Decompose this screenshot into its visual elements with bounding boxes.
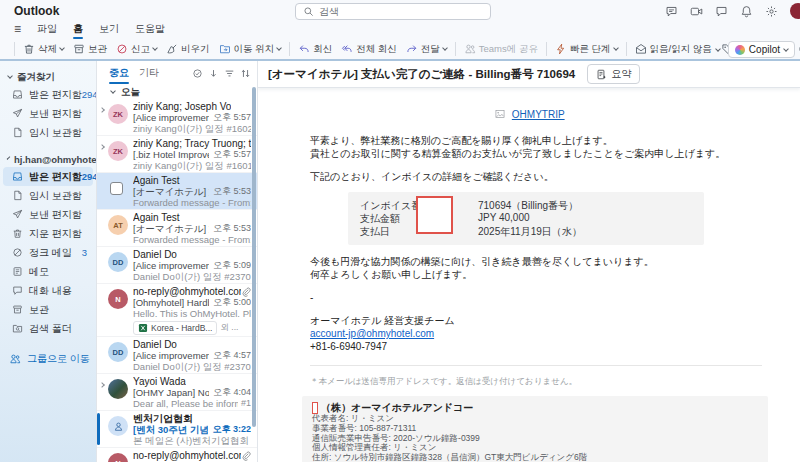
reply-button[interactable]: 회신 [294,41,336,58]
copilot-icon [735,45,745,55]
chevron-down-icon [442,45,448,51]
avatar[interactable]: DD [108,252,128,272]
mark-read-arrow-icon[interactable] [208,68,219,79]
attachment-chip[interactable]: Korea - HardB... [133,321,217,335]
report-button[interactable]: 신고 [112,41,161,58]
company-footer-box: （株）オーマイホテルアンドコー 代表者名: リ・ミスン 事業者番号: 105-8… [302,396,768,462]
avatar[interactable]: ZK [108,141,128,161]
go-to-groups-link[interactable]: 그룹으로 이동 [9,352,96,366]
archive-button[interactable]: 보관 [69,41,111,58]
company-info-line: 住所: ソウル特別市鐘路区鐘路328（昌信洞）GT東大門ビルディング6階 [312,453,758,462]
message-row-3-selected[interactable]: Again Test [オーマイホテル] 支払い完...오후 5:53 Forw… [97,173,257,210]
forward-button[interactable]: 전달 [402,41,451,58]
move-to-button[interactable]: 이동 위치 [215,41,286,58]
ribbon-divider [14,42,15,56]
message-row-9-unread[interactable]: 벤처기업협회 [벤처 30주년 기념식] 벤처 ...오후 3:22 본 메일은… [97,411,257,448]
send-icon [12,108,23,119]
sidebar-item-deleted[interactable]: 지운 편지함 [3,224,93,243]
sidebar-item-sent-favorite[interactable]: 보낸 편지함 [3,104,93,123]
email-address-link[interactable]: account-jp@ohmyhotel.com [310,328,434,339]
avatar[interactable]: ZK [108,104,128,124]
sidebar-item-conversation-history[interactable]: 대화 내용 [3,281,93,300]
search-input[interactable]: 검색 [295,3,491,20]
avatar-photo[interactable] [108,379,128,399]
message-row-4[interactable]: AT Again Test [オーマイホテル] 支払い完...오후 5:53 F… [97,210,257,247]
account-section-header[interactable]: hj.han@ohmyhote... [0,151,96,167]
message-row-7[interactable]: DD Daniel Do [Alice improvement - 개...오후… [97,337,257,374]
message-list-scrollbar[interactable] [252,87,256,427]
sidebar-item-sent[interactable]: 보낸 편지함 [3,205,93,224]
message-row-8[interactable]: Yayoi Wada [OHMY Japan] Notice of...오후 4… [97,374,257,411]
sidebar-item-drafts[interactable]: 임시 보관함 [3,186,93,205]
delete-button[interactable]: 삭제 [19,41,68,58]
trash-icon [23,43,35,55]
message-subject: [Alice improvement - ... [133,112,209,123]
message-row-6[interactable]: N no-reply@ohmyhotel.com [Ohmyhotel] Har… [97,284,257,337]
menu-file[interactable]: 파일 [37,22,57,36]
avatar[interactable]: AT [108,215,128,235]
sweep-button[interactable]: 비우기 [162,41,214,58]
chat-bubble-icon[interactable] [665,5,678,18]
teams-chat-icon[interactable] [715,5,728,18]
brand-link[interactable]: OHMYTRIP [512,109,565,120]
group-header-today[interactable]: 오늘 [97,85,257,99]
menu-home[interactable]: 홈 [73,22,83,36]
avatar[interactable]: N [108,289,128,309]
share-to-teams-button[interactable]: Teams에 공유 [460,41,542,58]
collapse-ribbon-chevron[interactable] [715,46,721,52]
notifications-bell-icon[interactable] [740,5,753,18]
invoice-value: JPY 40,000 [478,212,530,223]
reply-icon [298,43,310,55]
mail-open-icon [635,43,647,55]
settings-gear-icon[interactable] [765,5,778,18]
tab-focused[interactable]: 중요 [109,66,129,80]
summary-button[interactable]: 요약 [587,64,640,84]
sidebar-item-notes[interactable]: 메모 [3,262,93,281]
message-time: 오후 5:57 [213,149,251,160]
annotation-red-box [312,402,318,414]
filter-icon[interactable] [224,68,235,79]
message-time: 오후 3:22 [212,424,251,435]
message-row-10[interactable]: N no-reply@ohmyhotel.com [Ohmyhotel] Har… [97,448,257,462]
hamburger-menu-icon[interactable]: ≡ [14,24,21,34]
avatar[interactable]: N [108,453,128,462]
sidebar-item-junk[interactable]: 정크 메일3 [3,243,93,262]
select-messages-icon[interactable] [192,68,203,79]
profile-avatar[interactable] [790,3,800,19]
video-call-icon[interactable] [690,5,703,18]
expand-conversation-icon[interactable] [99,382,105,388]
menu-view[interactable]: 보기 [99,22,119,36]
message-row-2[interactable]: ZK ziniy Kang; Tracy Truong; tan ja... [… [97,136,257,173]
sort-icon[interactable] [240,68,251,79]
favorites-section-header[interactable]: 즐겨찾기 [0,69,96,85]
avatar[interactable] [108,416,128,436]
titlebar-icons [665,0,800,22]
sidebar-item-drafts-favorite[interactable]: 임시 보관함 [3,123,93,142]
tab-other[interactable]: 기타 [139,66,159,80]
signature-phone: +81-6-6940-7947 [310,340,770,353]
read-unread-button[interactable]: 읽음/읽지 않음 [631,41,716,58]
expand-conversation-icon[interactable] [99,144,105,150]
menu-help[interactable]: 도움말 [135,22,165,36]
sidebar-item-archive[interactable]: 보관 [3,300,93,319]
paperclip-icon [241,287,251,297]
sidebar-item-inbox-favorite[interactable]: 받은 편지함294 [3,85,93,104]
message-row-1[interactable]: ZK ziniy Kang; Joseph Vo [Alice improvem… [97,99,257,136]
quick-steps-button[interactable]: 빠른 단계 [551,41,622,58]
reply-all-button[interactable]: 전체 회신 [337,41,401,58]
expand-conversation-icon[interactable] [99,107,105,113]
reading-pane: [オーマイホテル] 支払い完了のご連絡 - Billing番号 710694 요… [258,61,800,462]
reply-all-icon [341,43,353,55]
draft-icon [12,190,23,201]
message-preview: Daniel Do이(가) 일정 #2370을(를) 수... [133,361,251,372]
message-row-5[interactable]: DD Daniel Do [Alice improvement - 개...오후… [97,247,257,284]
copilot-button[interactable]: Copilot [728,41,795,58]
message-checkbox[interactable] [110,182,123,195]
message-subject: [벤처 30주년 기념식] 벤처 ... [133,424,208,435]
sidebar-item-search-folders[interactable]: 검색 폴더 [3,319,93,338]
message-subject: [OHMY Japan] Notice of... [133,387,209,398]
sidebar-item-inbox[interactable]: 받은 편지함294 [3,167,93,186]
trash-icon [12,228,23,239]
attachment-more-label: 외 ... [220,322,238,334]
avatar[interactable]: DD [108,342,128,362]
